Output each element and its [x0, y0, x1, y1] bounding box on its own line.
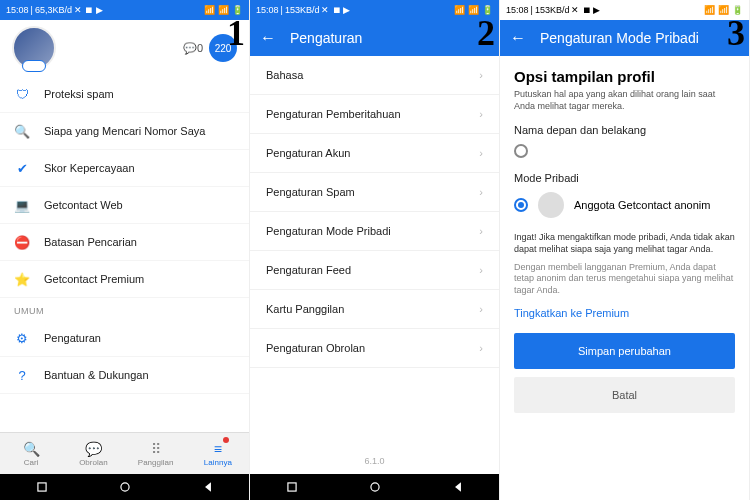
menu-item-help[interactable]: ?Bantuan & Dukungan [0, 357, 249, 394]
set-label: Kartu Panggilan [266, 303, 344, 315]
set-label: Pengaturan Spam [266, 186, 355, 198]
red-dot-icon [223, 437, 229, 443]
status-net: 65,3KB/d [35, 5, 72, 15]
menu-label: Batasan Pencarian [44, 236, 137, 248]
section-umum: UMUM [0, 298, 249, 320]
set-item-bahasa[interactable]: Bahasa› [250, 56, 499, 95]
tab-cari[interactable]: 🔍Cari [0, 433, 62, 474]
set-item-notif[interactable]: Pengaturan Pemberitahuan› [250, 95, 499, 134]
nav-label: Obrolan [79, 458, 107, 467]
chevron-right-icon: › [479, 186, 483, 198]
option-private-label: Mode Pribadi [514, 172, 735, 184]
home-icon[interactable] [118, 480, 132, 494]
set-item-pribadi[interactable]: Pengaturan Mode Pribadi› [250, 212, 499, 251]
status-net: 153KB/d [535, 5, 570, 15]
back-icon[interactable] [451, 480, 465, 494]
section-heading: Opsi tampilan profil [514, 68, 735, 85]
menu-label: Getcontact Premium [44, 273, 144, 285]
upgrade-link[interactable]: Tingkatkan ke Premium [514, 307, 735, 319]
set-label: Pengaturan Obrolan [266, 342, 365, 354]
gear-icon: ⚙ [14, 330, 30, 346]
page-title: Pengaturan Mode Pribadi [540, 30, 699, 46]
laptop-icon: 💻 [14, 197, 30, 213]
svg-point-3 [370, 483, 378, 491]
set-item-kartu[interactable]: Kartu Panggilan› [250, 290, 499, 329]
menu-item-settings[interactable]: ⚙Pengaturan [0, 320, 249, 357]
tab-lainnya[interactable]: ≡Lainnya [187, 433, 249, 474]
status-net: 153KB/d [285, 5, 320, 15]
menu-item-trust[interactable]: ✔Skor Kepercayaan [0, 150, 249, 187]
msg-count: 0 [197, 42, 203, 54]
overlay-number-1: 1 [227, 12, 245, 54]
menu-item-premium[interactable]: ⭐Getcontact Premium [0, 261, 249, 298]
search-icon: 🔍 [14, 123, 30, 139]
menu-icon: ≡ [214, 441, 222, 457]
set-label: Pengaturan Pemberitahuan [266, 108, 401, 120]
profile-header: 💬0 220 [0, 20, 249, 76]
avatar-anon-icon [538, 192, 564, 218]
chat-icon[interactable]: 💬0 [183, 42, 203, 55]
menu-label: Getcontact Web [44, 199, 123, 211]
radio-name[interactable] [514, 144, 735, 158]
chevron-right-icon: › [479, 69, 483, 81]
home-icon[interactable] [368, 480, 382, 494]
profile-avatar[interactable] [12, 26, 56, 70]
tab-obrolan[interactable]: 💬Obrolan [62, 433, 124, 474]
set-label: Pengaturan Feed [266, 264, 351, 276]
set-item-spam[interactable]: Pengaturan Spam› [250, 173, 499, 212]
dialpad-icon: ⠿ [151, 441, 161, 457]
menu-item-web[interactable]: 💻Getcontact Web [0, 187, 249, 224]
status-bar: 15:08 | 153KB/d ✕ ⏹ ▶ 📶 📶 🔋 [500, 0, 749, 20]
version-text: 6.1.0 [250, 448, 499, 474]
svg-rect-0 [37, 483, 45, 491]
menu-label: Siapa yang Mencari Nomor Saya [44, 125, 205, 137]
recent-icon[interactable] [35, 480, 49, 494]
premium-info-text: Dengan membeli langganan Premium, Anda d… [514, 262, 735, 297]
nav-label: Cari [24, 458, 39, 467]
warning-text: Ingat! Jika mengaktifkan mode pribadi, A… [514, 232, 735, 255]
set-item-akun[interactable]: Pengaturan Akun› [250, 134, 499, 173]
menu-label: Proteksi spam [44, 88, 114, 100]
menu-item-spam[interactable]: 🛡Proteksi spam [0, 76, 249, 113]
save-button[interactable]: Simpan perubahan [514, 333, 735, 369]
overlay-number-2: 2 [477, 12, 495, 54]
svg-rect-2 [287, 483, 295, 491]
screen-2: 2 15:08 | 153KB/d ✕ ⏹ ▶ 📶 📶 🔋 ← Pengatur… [250, 0, 500, 500]
search-icon: 🔍 [23, 441, 40, 457]
chevron-right-icon: › [479, 147, 483, 159]
screen-3: 3 15:08 | 153KB/d ✕ ⏹ ▶ 📶 📶 🔋 ← Pengatur… [500, 0, 750, 500]
menu-label: Skor Kepercayaan [44, 162, 135, 174]
menu-label: Pengaturan [44, 332, 101, 344]
set-label: Bahasa [266, 69, 303, 81]
app-bar: ← Pengaturan Mode Pribadi [500, 20, 749, 56]
help-icon: ? [14, 367, 30, 383]
svg-point-1 [120, 483, 128, 491]
option-name-label: Nama depan dan belakang [514, 124, 735, 136]
cancel-button[interactable]: Batal [514, 377, 735, 413]
section-subtitle: Putuskan hal apa yang akan dilihat orang… [514, 89, 735, 112]
set-item-feed[interactable]: Pengaturan Feed› [250, 251, 499, 290]
block-icon: ⛔ [14, 234, 30, 250]
chat-icon: 💬 [85, 441, 102, 457]
nav-label: Lainnya [204, 458, 232, 467]
set-item-obrolan[interactable]: Pengaturan Obrolan› [250, 329, 499, 368]
page-title: Pengaturan [290, 30, 362, 46]
status-time: 15:08 [506, 5, 529, 15]
menu-item-limit[interactable]: ⛔Batasan Pencarian [0, 224, 249, 261]
menu-list: 🛡Proteksi spam 🔍Siapa yang Mencari Nomor… [0, 76, 249, 394]
radio-private[interactable]: Anggota Getcontact anonim [514, 192, 735, 218]
status-time: 15:08 [6, 5, 29, 15]
menu-item-search[interactable]: 🔍Siapa yang Mencari Nomor Saya [0, 113, 249, 150]
back-arrow-icon[interactable]: ← [260, 29, 276, 47]
back-arrow-icon[interactable]: ← [510, 29, 526, 47]
chevron-right-icon: › [479, 108, 483, 120]
tab-panggilan[interactable]: ⠿Panggilan [125, 433, 187, 474]
back-icon[interactable] [201, 480, 215, 494]
recent-icon[interactable] [285, 480, 299, 494]
screen-1: 1 15:08 | 65,3KB/d ✕ ⏹ ▶ 📶 📶 🔋 💬0 220 🛡P… [0, 0, 250, 500]
check-icon: ✔ [14, 160, 30, 176]
set-label: Pengaturan Akun [266, 147, 350, 159]
app-bar: ← Pengaturan [250, 20, 499, 56]
bottom-nav: 🔍Cari 💬Obrolan ⠿Panggilan ≡Lainnya [0, 432, 249, 474]
star-icon: ⭐ [14, 271, 30, 287]
